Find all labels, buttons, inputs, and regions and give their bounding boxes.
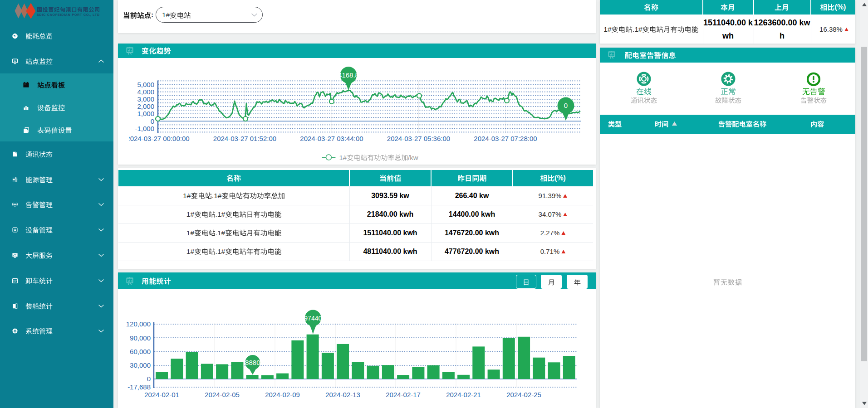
svg-text:4168.8: 4168.8 <box>338 71 359 79</box>
svg-text:2024-02-01: 2024-02-01 <box>144 391 179 398</box>
svg-text:2024-02-17: 2024-02-17 <box>386 391 421 398</box>
svg-text:120,000: 120,000 <box>126 320 151 328</box>
svg-text:2024-03-27 05:36:00: 2024-03-27 05:36:00 <box>387 135 450 142</box>
svg-text:2024-03-27 01:52:00: 2024-03-27 01:52:00 <box>213 135 276 142</box>
svg-text:-1,000: -1,000 <box>135 125 154 132</box>
svg-text:2024-03-27 03:44:00: 2024-03-27 03:44:00 <box>300 135 363 142</box>
svg-text:30,000: 30,000 <box>130 361 151 369</box>
svg-text:-17,688: -17,688 <box>128 383 151 391</box>
svg-text:5,000: 5,000 <box>137 81 154 88</box>
svg-text:0: 0 <box>147 375 151 383</box>
svg-text:3,000: 3,000 <box>137 95 154 103</box>
svg-text:0: 0 <box>564 102 568 109</box>
svg-text:2024-02-25: 2024-02-25 <box>506 391 541 398</box>
svg-text:2,000: 2,000 <box>137 102 154 110</box>
svg-text:2024-02-05: 2024-02-05 <box>205 391 240 398</box>
svg-text:8880: 8880 <box>245 359 260 366</box>
svg-text:0: 0 <box>151 117 154 125</box>
svg-text:90,000: 90,000 <box>130 334 151 342</box>
svg-text:60,000: 60,000 <box>130 348 151 355</box>
svg-text:2024-02-09: 2024-02-09 <box>265 391 300 398</box>
svg-text:2024-03-27 00:00:00: 2024-03-27 00:00:00 <box>129 135 190 142</box>
svg-text:97440: 97440 <box>304 315 322 322</box>
svg-text:2024-03-27 07:28:00: 2024-03-27 07:28:00 <box>474 135 537 142</box>
svg-text:4,000: 4,000 <box>137 88 154 96</box>
svg-text:2024-02-21: 2024-02-21 <box>446 391 481 398</box>
svg-text:1,000: 1,000 <box>137 110 154 117</box>
svg-text:2024-02-13: 2024-02-13 <box>325 391 360 398</box>
